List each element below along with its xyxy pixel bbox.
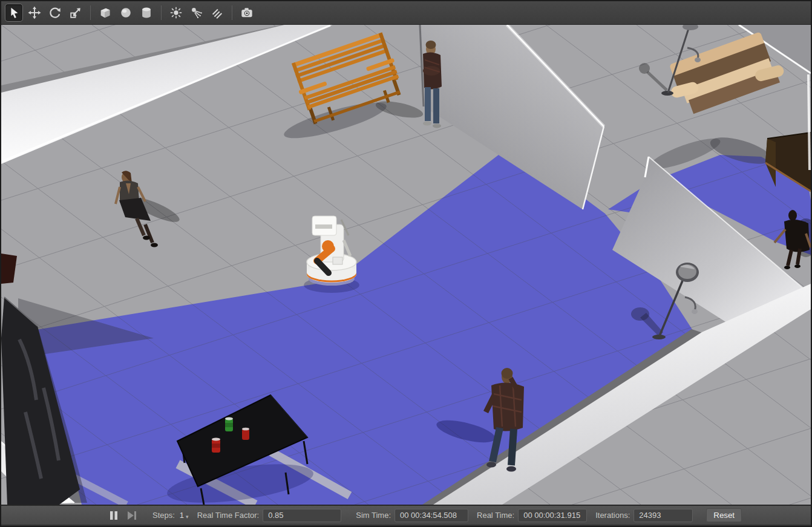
reset-button[interactable]: Reset	[706, 508, 742, 522]
translate-tool-button[interactable]	[25, 4, 44, 22]
sim-time-label: Sim Time:	[356, 511, 391, 520]
scale-tool-button[interactable]	[67, 4, 85, 22]
move-arrows-icon	[28, 6, 41, 19]
rotate-arrows-icon	[48, 6, 62, 19]
pause-button[interactable]	[108, 511, 120, 520]
scale-arrows-icon	[69, 6, 82, 19]
spot-light-button[interactable]	[188, 4, 206, 22]
viewport-3d[interactable]	[1, 24, 811, 505]
red-can-left[interactable]	[212, 437, 220, 453]
window-frame-bottom	[1, 525, 811, 527]
real-time-label: Real Time:	[477, 511, 514, 520]
steps-dropdown-caret[interactable]: ▾	[186, 514, 189, 520]
gazebo-window: Steps: 1 ▾ Real Time Factor: 0.85 Sim Ti…	[0, 0, 812, 527]
steps-value[interactable]: 1	[180, 511, 184, 520]
sphere-icon	[119, 6, 133, 19]
insert-sphere-button[interactable]	[117, 4, 135, 22]
scene-canvas[interactable]	[1, 25, 811, 505]
iterations-value-field[interactable]: 24393	[634, 509, 693, 522]
directional-light-button[interactable]	[208, 4, 226, 22]
step-button[interactable]	[126, 511, 138, 520]
insert-cylinder-button[interactable]	[137, 4, 156, 22]
sim-time-value-field[interactable]: 00 00:34:54.508	[395, 509, 468, 522]
steps-label: Steps:	[152, 511, 175, 520]
screenshot-button[interactable]	[238, 4, 256, 22]
select-tool-button[interactable]	[5, 4, 23, 22]
cylinder-icon	[140, 6, 153, 19]
camera-icon	[240, 6, 254, 19]
toolbar-separator	[232, 5, 232, 20]
green-can[interactable]	[225, 417, 233, 432]
rtf-value-field[interactable]: 0.85	[263, 509, 341, 522]
rtf-label: Real Time Factor:	[197, 511, 260, 520]
spot-light-icon	[190, 6, 203, 19]
iterations-label: Iterations:	[595, 511, 630, 520]
toolbar	[1, 1, 811, 24]
rotate-tool-button[interactable]	[46, 4, 64, 22]
real-time-value-field[interactable]: 00 00:00:31.915	[518, 509, 587, 522]
simulation-statusbar: Steps: 1 ▾ Real Time Factor: 0.85 Sim Ti…	[1, 505, 811, 525]
point-light-button[interactable]	[167, 4, 185, 22]
point-light-icon	[169, 6, 183, 19]
red-can-right[interactable]	[242, 428, 249, 440]
toolbar-separator	[161, 5, 162, 20]
toolbar-separator	[90, 5, 91, 20]
insert-box-button[interactable]	[96, 4, 114, 22]
arrow-cursor-icon	[7, 6, 21, 19]
box-icon	[99, 6, 112, 19]
directional-light-icon	[211, 6, 224, 19]
